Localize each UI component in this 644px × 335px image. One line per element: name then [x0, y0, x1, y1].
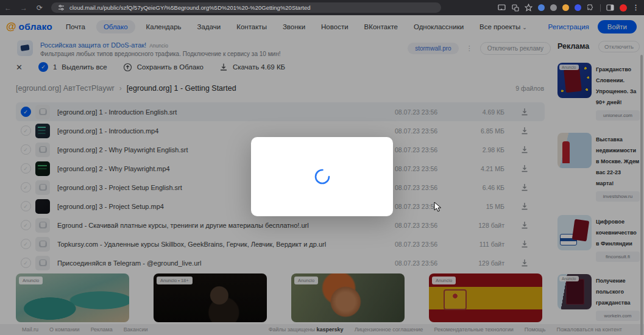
- mouse-cursor: [434, 202, 442, 213]
- cast-icon[interactable]: [498, 4, 506, 12]
- browser-chrome: ← → ⟳ cloud.mail.ru/public/szfQ/57yQeieG…: [0, 0, 644, 15]
- site-info-icon[interactable]: [57, 4, 65, 12]
- chrome-divider: [600, 4, 601, 12]
- extensions-puzzle-icon[interactable]: [587, 4, 595, 12]
- browser-menu-icon[interactable]: ⋮: [632, 4, 639, 12]
- side-panel-icon[interactable]: [606, 4, 614, 12]
- extension-icon-blue-gear[interactable]: [575, 4, 581, 11]
- bookmark-star-icon[interactable]: [525, 4, 533, 12]
- loading-spinner-icon: [313, 168, 331, 186]
- address-bar[interactable]: cloud.mail.ru/public/szfQ/57yQeieGY/%5Be…: [51, 2, 441, 13]
- browser-forward-icon[interactable]: →: [16, 4, 32, 12]
- loading-modal: [251, 137, 393, 216]
- extension-icon-gear[interactable]: [550, 4, 557, 11]
- browser-reload-icon[interactable]: ⟳: [32, 4, 48, 12]
- browser-back-icon[interactable]: ←: [0, 4, 16, 12]
- translate-icon[interactable]: [511, 4, 519, 12]
- extension-icon-orange[interactable]: [562, 4, 569, 11]
- extension-icon-blue[interactable]: [538, 4, 545, 11]
- browser-toolbar-right: ⋮: [498, 4, 644, 12]
- url-text: cloud.mail.ru/public/szfQ/57yQeieGY/%5Be…: [69, 4, 311, 11]
- record-indicator-icon[interactable]: [620, 4, 627, 12]
